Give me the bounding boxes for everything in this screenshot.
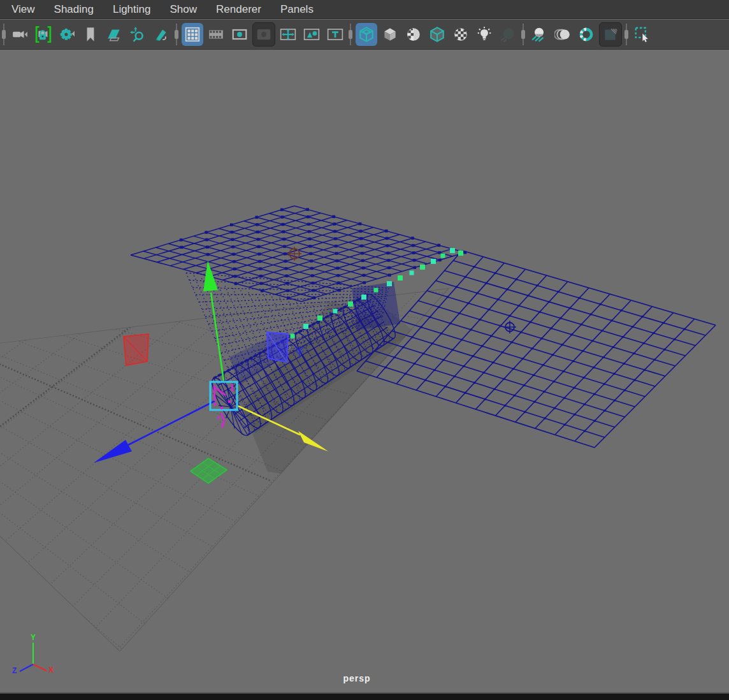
field-chart-icon[interactable] — [277, 23, 299, 46]
axis-z-label: Z — [12, 666, 17, 675]
axis-indicator: YZX — [12, 633, 54, 675]
menu-item-lighting[interactable]: Lighting — [113, 3, 151, 16]
camera-glyph — [11, 26, 28, 43]
grid-glyph — [184, 26, 201, 43]
depth-of-field-glyph — [602, 26, 619, 43]
menu-item-renderer[interactable]: Renderer — [216, 3, 261, 16]
window-bottom-edge — [0, 692, 729, 700]
gate-mask-icon[interactable] — [252, 22, 275, 47]
grid-icon[interactable] — [182, 23, 203, 46]
film-gate-icon[interactable] — [205, 23, 227, 46]
motion-blur-glyph — [554, 26, 571, 43]
image-plane-icon[interactable] — [103, 23, 125, 46]
panel-toolbar — [0, 20, 729, 50]
viewport-3d[interactable]: YZX persp — [0, 50, 729, 692]
toolbar-separator — [521, 22, 526, 47]
camera-gear-glyph — [59, 26, 75, 43]
panel-menu-bar: ViewShadingLightingShowRendererPanels — [0, 0, 729, 19]
toolbar-separator — [174, 22, 180, 47]
resolution-gate-glyph — [231, 26, 248, 43]
toolbar-separator — [348, 22, 354, 47]
checker-sphere-icon[interactable] — [450, 23, 472, 46]
shadows-icon[interactable] — [497, 23, 519, 46]
axis-y-label: Y — [31, 633, 36, 642]
depth-of-field-icon[interactable] — [599, 22, 622, 47]
wireframe-plane[interactable] — [357, 251, 716, 448]
image-plane-glyph — [106, 26, 122, 43]
isolate-select-icon[interactable] — [632, 23, 653, 46]
wireframe-cube-icon[interactable] — [356, 23, 377, 46]
wireframe-on-shaded-glyph — [429, 26, 445, 43]
motion-blur-icon[interactable] — [552, 23, 574, 46]
grease-pencil-icon[interactable] — [150, 23, 172, 46]
ground-grid — [0, 50, 729, 692]
anti-aliasing-glyph — [578, 26, 595, 43]
wireframe-cube-glyph — [358, 26, 375, 43]
isolate-select-glyph — [634, 26, 651, 43]
safe-action-glyph — [303, 26, 320, 43]
maya-viewport-window: { "menu_bar": { "items": ["View", "Shadi… — [0, 0, 729, 700]
gate-mask-glyph — [256, 26, 272, 43]
axis-x-label: X — [48, 666, 54, 674]
camera-lock-glyph — [35, 26, 52, 43]
shadows-glyph — [500, 26, 516, 43]
bookmark-glyph — [82, 26, 99, 43]
menu-item-panels[interactable]: Panels — [280, 3, 314, 16]
camera-icon[interactable] — [9, 23, 31, 46]
anti-aliasing-icon[interactable] — [575, 23, 597, 46]
bookmark-icon[interactable] — [80, 23, 101, 46]
toolbar-separator — [1, 22, 7, 47]
safe-title-icon[interactable] — [324, 23, 346, 46]
shaded-cube-icon[interactable] — [379, 23, 401, 46]
camera-lock-icon[interactable] — [32, 23, 54, 46]
pan-zoom-icon[interactable] — [127, 23, 148, 46]
light-bulb-glyph — [476, 26, 493, 43]
menu-item-show[interactable]: Show — [170, 3, 198, 16]
camera-gear-icon[interactable] — [56, 23, 78, 46]
light-bulb-icon[interactable] — [473, 23, 495, 46]
menu-item-view[interactable]: View — [11, 3, 35, 16]
locator-crosshair[interactable] — [287, 247, 301, 261]
textured-sphere-icon[interactable] — [403, 23, 424, 46]
ssao-glyph — [531, 26, 547, 43]
locator-crosshair[interactable] — [503, 321, 516, 333]
menu-item-shading[interactable]: Shading — [54, 3, 94, 16]
checker-sphere-glyph — [452, 26, 469, 43]
grease-pencil-glyph — [153, 26, 170, 43]
viewport-canvas[interactable]: YZX — [0, 50, 729, 692]
toolbar-separator — [624, 22, 630, 47]
field-chart-glyph — [280, 26, 296, 43]
film-gate-glyph — [208, 26, 224, 43]
safe-title-glyph — [327, 26, 343, 43]
shaded-cube-glyph — [382, 26, 398, 43]
camera-name-label: persp — [319, 673, 395, 683]
wireframe-on-shaded-icon[interactable] — [426, 23, 448, 46]
ssao-icon[interactable] — [528, 23, 550, 46]
pan-zoom-glyph — [129, 26, 146, 43]
resolution-gate-icon[interactable] — [229, 23, 250, 46]
safe-action-icon[interactable] — [301, 23, 322, 46]
textured-sphere-glyph — [405, 26, 422, 43]
